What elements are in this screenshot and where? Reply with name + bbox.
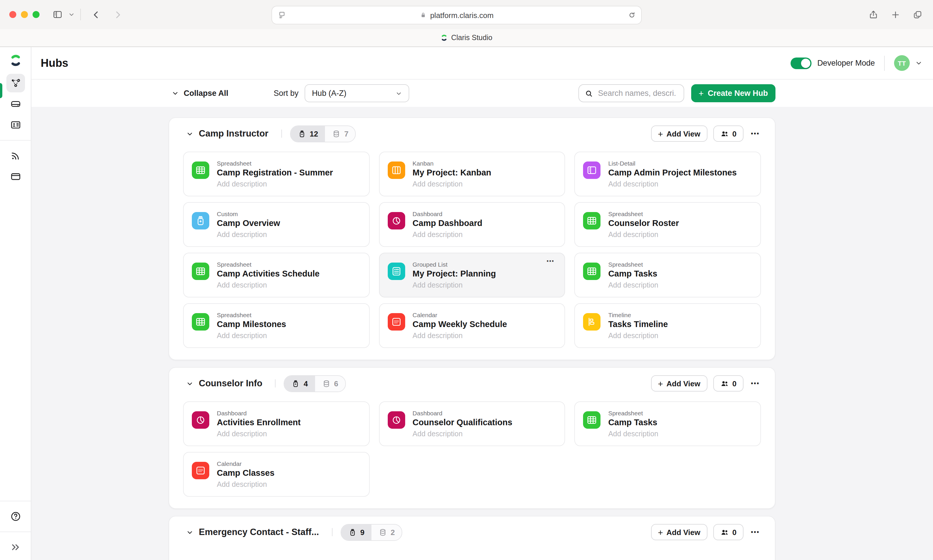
sidebar-item-feeds[interactable] [6, 146, 25, 165]
expand-sidebar-icon[interactable] [6, 538, 25, 557]
tables-count-segment[interactable]: 7 [325, 126, 355, 142]
forward-icon[interactable] [113, 9, 123, 20]
tables-count-segment[interactable]: 6 [315, 375, 345, 391]
search-box[interactable] [578, 84, 684, 102]
add-description[interactable]: Add description [412, 430, 512, 438]
new-tab-icon[interactable] [891, 9, 901, 20]
view-type-icon [387, 263, 405, 280]
view-card[interactable]: Kanban My Project: Kanban Add descriptio… [379, 152, 565, 196]
view-type-icon [583, 411, 601, 429]
add-description[interactable]: Add description [217, 231, 280, 239]
sidebar-item-windows[interactable] [6, 167, 25, 186]
section-more-icon[interactable]: ⋯ [749, 527, 761, 537]
add-description[interactable]: Add description [608, 180, 737, 188]
view-type-icon [387, 411, 405, 429]
create-new-hub-button[interactable]: + Create New Hub [691, 84, 776, 102]
zoom-window-button[interactable] [32, 11, 40, 18]
chevron-down-icon[interactable] [69, 12, 74, 17]
add-description[interactable]: Add description [412, 332, 507, 340]
members-button[interactable]: 0 [713, 524, 743, 540]
browser-toolbar: platform.claris.com [0, 0, 933, 29]
add-description[interactable]: Add description [412, 231, 482, 239]
browser-window: platform.claris.com Claris Studio [0, 0, 933, 560]
view-card[interactable]: Dashboard Camp Dashboard Add description [379, 202, 565, 247]
add-description[interactable]: Add description [608, 332, 668, 340]
add-description[interactable]: Add description [217, 180, 333, 188]
view-card[interactable]: Dashboard Activities Enrollment Add desc… [183, 402, 369, 446]
view-type-icon [583, 263, 601, 280]
add-description[interactable]: Add description [217, 281, 320, 289]
section-collapse-button[interactable]: Counselor Info [183, 378, 266, 389]
views-count-segment[interactable]: 12 [290, 126, 325, 142]
page-settings-icon[interactable] [278, 11, 286, 19]
close-window-button[interactable] [9, 11, 16, 18]
sidebar-item-storage[interactable] [6, 95, 25, 113]
hubs-content: Camp Instructor 12 7 +Add View 0 ⋯ [31, 107, 933, 560]
developer-mode-toggle[interactable] [791, 57, 811, 69]
sort-select[interactable]: Hub (A-Z) [304, 84, 409, 102]
view-title: My Project: Planning [412, 269, 496, 278]
view-card[interactable]: Spreadsheet Counselor Roster Add descrip… [575, 202, 761, 247]
add-description[interactable]: Add description [412, 281, 496, 289]
add-view-button[interactable]: +Add View [651, 375, 707, 392]
members-button[interactable]: 0 [713, 126, 743, 142]
sidebar-item-contacts[interactable] [6, 115, 25, 134]
view-card[interactable]: Timeline Tasks Timeline Add description [575, 303, 761, 348]
sidebar-item-hubs[interactable] [6, 74, 25, 92]
view-type-label: Calendar [217, 460, 275, 467]
views-tables-toggle[interactable]: 9 2 [340, 524, 402, 540]
add-description[interactable]: Add description [608, 281, 658, 289]
address-bar[interactable]: platform.claris.com [271, 6, 642, 25]
view-card[interactable]: Calendar Camp Weekly Schedule Add descri… [379, 303, 565, 348]
tables-count-segment[interactable]: 2 [372, 524, 402, 540]
section-more-icon[interactable]: ⋯ [749, 378, 761, 389]
view-type-label: Spreadsheet [217, 261, 320, 268]
views-count-segment[interactable]: 9 [341, 524, 371, 540]
view-card[interactable]: Grouped List My Project: Planning Add de… [379, 253, 565, 297]
view-card[interactable]: Spreadsheet Camp Registration - Summer A… [183, 152, 369, 196]
page-header: Hubs Developer Mode TT [31, 47, 933, 80]
view-type-icon [192, 313, 209, 331]
add-description[interactable]: Add description [217, 430, 301, 438]
view-card[interactable]: Custom Camp Overview Add description [183, 202, 369, 247]
section-collapse-button[interactable]: Camp Instructor [183, 128, 272, 139]
sidebar-toggle-icon[interactable] [52, 9, 63, 20]
plus-icon: + [699, 88, 704, 98]
minimize-window-button[interactable] [21, 11, 28, 18]
view-type-label: Spreadsheet [608, 210, 679, 217]
add-description[interactable]: Add description [412, 180, 491, 188]
view-card[interactable]: Dashboard Counselor Qualifications Add d… [379, 402, 565, 446]
card-more-icon[interactable]: ⋯ [543, 256, 558, 266]
section-more-icon[interactable]: ⋯ [749, 128, 761, 139]
view-card[interactable]: Spreadsheet Camp Activities Schedule Add… [183, 253, 369, 297]
add-description[interactable]: Add description [608, 231, 679, 239]
view-card[interactable]: Spreadsheet Camp Milestones Add descript… [183, 303, 369, 348]
hub-section: Counselor Info 4 6 +Add View 0 ⋯ [168, 367, 776, 509]
views-tables-toggle[interactable]: 4 6 [284, 375, 346, 392]
view-card[interactable]: Spreadsheet Camp Tasks Add description [575, 402, 761, 446]
add-description[interactable]: Add description [217, 480, 275, 489]
window-controls [9, 11, 40, 18]
share-icon[interactable] [868, 9, 878, 20]
browser-tab[interactable]: Claris Studio [0, 29, 933, 47]
help-icon[interactable] [6, 507, 25, 526]
claris-logo-icon[interactable] [9, 54, 22, 67]
account-chevron-down-icon[interactable] [916, 60, 922, 66]
add-description[interactable]: Add description [217, 332, 286, 340]
back-icon[interactable] [91, 9, 101, 20]
search-input[interactable] [597, 88, 677, 98]
refresh-icon[interactable] [628, 11, 636, 19]
avatar[interactable]: TT [894, 55, 910, 71]
views-tables-toggle[interactable]: 12 7 [290, 125, 356, 142]
add-description[interactable]: Add description [608, 430, 658, 438]
add-view-button[interactable]: +Add View [651, 524, 707, 540]
views-count-segment[interactable]: 4 [285, 375, 315, 391]
collapse-all-button[interactable]: Collapse All [168, 88, 232, 98]
view-card[interactable]: Spreadsheet Camp Tasks Add description [575, 253, 761, 297]
members-button[interactable]: 0 [713, 375, 743, 392]
tab-overview-icon[interactable] [913, 9, 922, 20]
add-view-button[interactable]: +Add View [651, 126, 707, 142]
view-card[interactable]: Calendar Camp Classes Add description [183, 452, 369, 497]
view-card[interactable]: List-Detail Camp Admin Project Milestone… [575, 152, 761, 196]
section-collapse-button[interactable]: Emergency Contact - Staff... [183, 526, 322, 538]
